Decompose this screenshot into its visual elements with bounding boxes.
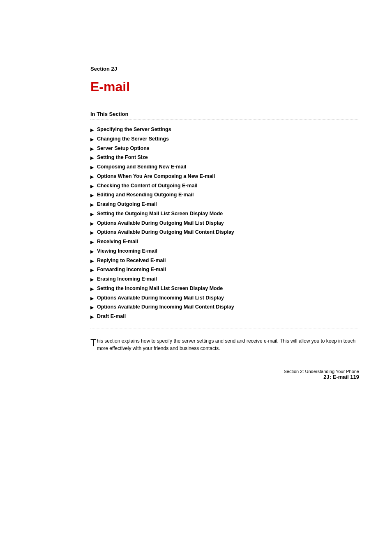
toc-arrow-icon: ▶ xyxy=(90,136,94,143)
in-this-section-header: In This Section xyxy=(90,111,359,117)
toc-arrow-icon: ▶ xyxy=(90,202,94,208)
footer-line2: 2J: E-mail 119 xyxy=(90,374,359,380)
toc-item-label: Composing and Sending New E-mail xyxy=(97,163,186,171)
page: Section 2J E-mail In This Section ▶Speci… xyxy=(0,0,392,555)
body-text-content: his section explains how to specify the … xyxy=(97,338,355,352)
toc-arrow-icon: ▶ xyxy=(90,249,94,255)
toc-arrow-icon: ▶ xyxy=(90,276,94,283)
toc-item-label: Forwarding Incoming E-mail xyxy=(97,266,166,274)
toc-item: ▶Draft E-mail xyxy=(90,313,359,320)
toc-arrow-icon: ▶ xyxy=(90,221,94,227)
toc-item: ▶Viewing Incoming E-mail xyxy=(90,247,359,255)
toc-item: ▶Forwarding Incoming E-mail xyxy=(90,266,359,274)
footer-line1: Section 2: Understanding Your Phone xyxy=(90,369,359,374)
toc-item-label: Replying to Received E-mail xyxy=(97,257,166,265)
toc-arrow-icon: ▶ xyxy=(90,304,94,311)
toc-item: ▶Composing and Sending New E-mail xyxy=(90,163,359,171)
toc-item: ▶Options Available During Incoming Mail … xyxy=(90,294,359,302)
section-label: Section 2J xyxy=(90,66,359,72)
toc-arrow-icon: ▶ xyxy=(90,267,94,273)
toc-item: ▶Erasing Outgoing E-mail xyxy=(90,200,359,208)
toc-item-label: Options Available During Outgoing Mail C… xyxy=(97,228,234,236)
body-text: This section explains how to specify the… xyxy=(90,337,359,352)
toc-arrow-icon: ▶ xyxy=(90,230,94,236)
toc-item-label: Options When You Are Composing a New E-m… xyxy=(97,173,215,180)
footer-area: Section 2: Understanding Your Phone 2J: … xyxy=(90,369,359,380)
toc-item-label: Options Available During Incoming Mail L… xyxy=(97,294,224,302)
top-divider xyxy=(90,120,359,120)
toc-item-label: Editing and Resending Outgoing E-mail xyxy=(97,191,194,199)
toc-item-label: Setting the Incoming Mail List Screen Di… xyxy=(97,285,223,292)
toc-item: ▶Setting the Incoming Mail List Screen D… xyxy=(90,285,359,292)
bottom-divider xyxy=(90,329,359,329)
toc-list: ▶Specifying the Server Settings▶Changing… xyxy=(90,126,359,320)
toc-item: ▶Options Available During Outgoing Mail … xyxy=(90,228,359,236)
toc-item-label: Checking the Content of Outgoing E-mail xyxy=(97,182,197,190)
toc-item: ▶Erasing Incoming E-mail xyxy=(90,275,359,283)
toc-item-label: Erasing Outgoing E-mail xyxy=(97,200,157,208)
toc-arrow-icon: ▶ xyxy=(90,174,94,180)
toc-item-label: Changing the Server Settings xyxy=(97,135,169,143)
toc-item: ▶Editing and Resending Outgoing E-mail xyxy=(90,191,359,199)
toc-arrow-icon: ▶ xyxy=(90,295,94,302)
toc-item-label: Receiving E-mail xyxy=(97,238,138,246)
toc-item: ▶Checking the Content of Outgoing E-mail xyxy=(90,182,359,190)
toc-item: ▶Server Setup Options xyxy=(90,145,359,152)
toc-arrow-icon: ▶ xyxy=(90,239,94,245)
toc-arrow-icon: ▶ xyxy=(90,258,94,264)
toc-arrow-icon: ▶ xyxy=(90,286,94,292)
toc-arrow-icon: ▶ xyxy=(90,127,94,133)
toc-item-label: Setting the Outgoing Mail List Screen Di… xyxy=(97,210,223,218)
toc-item-label: Erasing Incoming E-mail xyxy=(97,275,157,283)
toc-item: ▶Options Available During Incoming Mail … xyxy=(90,303,359,311)
toc-item: ▶Specifying the Server Settings xyxy=(90,126,359,134)
toc-item: ▶Receiving E-mail xyxy=(90,238,359,246)
toc-item-label: Server Setup Options xyxy=(97,145,150,152)
toc-arrow-icon: ▶ xyxy=(90,314,94,320)
toc-item-label: Specifying the Server Settings xyxy=(97,126,171,134)
toc-item: ▶Setting the Font Size xyxy=(90,154,359,161)
toc-item: ▶Options When You Are Composing a New E-… xyxy=(90,173,359,180)
toc-arrow-icon: ▶ xyxy=(90,155,94,161)
section-title: E-mail xyxy=(90,79,359,94)
toc-arrow-icon: ▶ xyxy=(90,192,94,198)
toc-arrow-icon: ▶ xyxy=(90,183,94,189)
toc-item: ▶Options Available During Outgoing Mail … xyxy=(90,219,359,227)
toc-item: ▶Setting the Outgoing Mail List Screen D… xyxy=(90,210,359,218)
toc-item: ▶Changing the Server Settings xyxy=(90,135,359,143)
toc-arrow-icon: ▶ xyxy=(90,146,94,152)
toc-item-label: Options Available During Incoming Mail C… xyxy=(97,303,234,311)
drop-cap: T xyxy=(90,338,97,348)
toc-arrow-icon: ▶ xyxy=(90,164,94,170)
content-area: Section 2J E-mail In This Section ▶Speci… xyxy=(90,0,359,352)
toc-arrow-icon: ▶ xyxy=(90,211,94,217)
toc-item: ▶Replying to Received E-mail xyxy=(90,257,359,265)
toc-item-label: Setting the Font Size xyxy=(97,154,148,161)
toc-item-label: Viewing Incoming E-mail xyxy=(97,247,157,255)
toc-item-label: Options Available During Outgoing Mail L… xyxy=(97,219,224,227)
toc-item-label: Draft E-mail xyxy=(97,313,126,320)
